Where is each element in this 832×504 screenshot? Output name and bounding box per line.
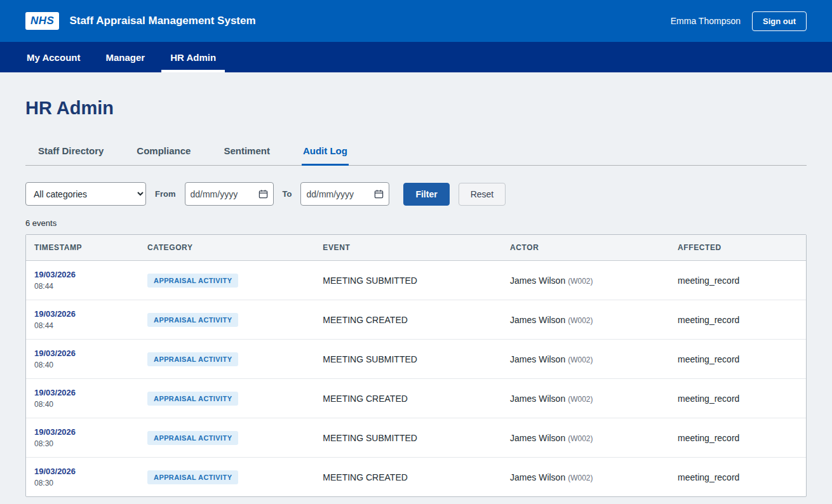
column-header-event: EVENT bbox=[314, 235, 502, 261]
row-actor-name: James Wilson bbox=[510, 275, 565, 286]
category-badge: APPRAISAL ACTIVITY bbox=[147, 431, 238, 445]
row-affected: meeting_record bbox=[669, 379, 806, 418]
column-header-category: CATEGORY bbox=[139, 235, 314, 261]
row-event: MEETING SUBMITTED bbox=[314, 261, 502, 300]
row-actor-name: James Wilson bbox=[510, 472, 565, 482]
table-row: 19/03/202608:44APPRAISAL ACTIVITYMEETING… bbox=[26, 261, 806, 300]
tab-audit-log[interactable]: Audit Log bbox=[302, 139, 349, 166]
tab-sentiment[interactable]: Sentiment bbox=[222, 139, 271, 166]
row-actor-id: (W002) bbox=[568, 355, 593, 364]
header-left: NHS Staff Appraisal Management System bbox=[25, 12, 256, 30]
table-row: 19/03/202608:40APPRAISAL ACTIVITYMEETING… bbox=[26, 340, 806, 379]
from-label: From bbox=[155, 189, 176, 199]
audit-log-table-card: TIMESTAMP CATEGORY EVENT ACTOR AFFECTED … bbox=[25, 234, 807, 497]
nav-item-my-account[interactable]: My Account bbox=[18, 42, 89, 72]
row-time: 08:40 bbox=[34, 361, 131, 369]
row-actor-id: (W002) bbox=[568, 316, 593, 325]
row-event: MEETING CREATED bbox=[314, 458, 502, 497]
category-badge: APPRAISAL ACTIVITY bbox=[147, 392, 238, 406]
nav-item-manager[interactable]: Manager bbox=[97, 42, 154, 72]
table-row: 19/03/202608:40APPRAISAL ACTIVITYMEETING… bbox=[26, 379, 806, 418]
tab-bar: Staff DirectoryComplianceSentimentAudit … bbox=[25, 139, 807, 166]
table-row: 19/03/202608:44APPRAISAL ACTIVITYMEETING… bbox=[26, 300, 806, 340]
nhs-logo: NHS bbox=[25, 12, 59, 30]
row-actor-id: (W002) bbox=[568, 277, 593, 286]
row-actor-id: (W002) bbox=[568, 395, 593, 404]
category-badge: APPRAISAL ACTIVITY bbox=[147, 352, 238, 366]
row-date: 19/03/2026 bbox=[34, 427, 131, 437]
column-header-affected: AFFECTED bbox=[669, 235, 806, 261]
audit-rows: 19/03/202608:44APPRAISAL ACTIVITYMEETING… bbox=[26, 261, 806, 497]
filter-button[interactable]: Filter bbox=[403, 183, 449, 206]
row-date: 19/03/2026 bbox=[34, 309, 131, 319]
row-actor-name: James Wilson bbox=[510, 354, 565, 364]
tab-compliance[interactable]: Compliance bbox=[135, 139, 192, 166]
row-date: 19/03/2026 bbox=[34, 467, 131, 476]
row-actor-name: James Wilson bbox=[510, 394, 565, 404]
category-select[interactable]: All categories bbox=[25, 182, 146, 206]
row-event: MEETING SUBMITTED bbox=[314, 340, 502, 379]
row-affected: meeting_record bbox=[669, 418, 806, 458]
row-date: 19/03/2026 bbox=[34, 388, 131, 397]
main-nav: My AccountManagerHR Admin bbox=[0, 42, 832, 72]
row-affected: meeting_record bbox=[669, 300, 806, 340]
user-name: Emma Thompson bbox=[671, 16, 741, 26]
row-date: 19/03/2026 bbox=[34, 270, 131, 279]
audit-log-table: TIMESTAMP CATEGORY EVENT ACTOR AFFECTED … bbox=[26, 235, 806, 496]
table-header-row: TIMESTAMP CATEGORY EVENT ACTOR AFFECTED bbox=[26, 235, 806, 261]
row-time: 08:40 bbox=[34, 400, 131, 409]
app-title: Staff Appraisal Management System bbox=[69, 15, 255, 27]
category-badge: APPRAISAL ACTIVITY bbox=[147, 470, 238, 484]
to-date-field[interactable] bbox=[300, 182, 389, 206]
row-affected: meeting_record bbox=[669, 458, 806, 497]
row-event: MEETING SUBMITTED bbox=[314, 418, 502, 458]
row-affected: meeting_record bbox=[669, 261, 806, 300]
row-actor-name: James Wilson bbox=[510, 315, 565, 325]
row-time: 08:30 bbox=[34, 439, 131, 448]
row-actor-id: (W002) bbox=[568, 474, 593, 482]
tab-staff-directory[interactable]: Staff Directory bbox=[37, 139, 105, 166]
table-row: 19/03/202608:30APPRAISAL ACTIVITYMEETING… bbox=[26, 418, 806, 458]
column-header-timestamp: TIMESTAMP bbox=[26, 235, 139, 261]
to-label: To bbox=[283, 189, 292, 199]
filter-bar: All categories From To Filter Reset bbox=[25, 182, 807, 206]
row-date: 19/03/2026 bbox=[34, 348, 131, 358]
row-affected: meeting_record bbox=[669, 340, 806, 379]
row-actor-id: (W002) bbox=[568, 434, 593, 443]
calendar-icon[interactable] bbox=[374, 189, 384, 199]
row-event: MEETING CREATED bbox=[314, 300, 502, 340]
to-date-input[interactable] bbox=[306, 189, 372, 199]
from-date-input[interactable] bbox=[191, 189, 256, 199]
main-content: HR Admin Staff DirectoryComplianceSentim… bbox=[0, 98, 832, 497]
app-header: NHS Staff Appraisal Management System Em… bbox=[0, 0, 832, 42]
page-title: HR Admin bbox=[25, 98, 807, 119]
calendar-icon[interactable] bbox=[258, 189, 268, 199]
table-row: 19/03/202608:30APPRAISAL ACTIVITYMEETING… bbox=[26, 458, 806, 497]
sign-out-button[interactable]: Sign out bbox=[752, 11, 807, 31]
category-badge: APPRAISAL ACTIVITY bbox=[147, 274, 238, 288]
category-badge: APPRAISAL ACTIVITY bbox=[147, 313, 238, 327]
header-right: Emma Thompson Sign out bbox=[671, 11, 807, 31]
reset-button[interactable]: Reset bbox=[459, 183, 506, 206]
row-event: MEETING CREATED bbox=[314, 379, 502, 418]
row-time: 08:44 bbox=[34, 321, 131, 330]
from-date-field[interactable] bbox=[185, 182, 274, 206]
nav-item-hr-admin[interactable]: HR Admin bbox=[161, 42, 225, 72]
row-time: 08:30 bbox=[34, 479, 131, 487]
row-time: 08:44 bbox=[34, 282, 131, 291]
column-header-actor: ACTOR bbox=[502, 235, 669, 261]
row-actor-name: James Wilson bbox=[510, 433, 565, 443]
event-count: 6 events bbox=[25, 218, 807, 228]
